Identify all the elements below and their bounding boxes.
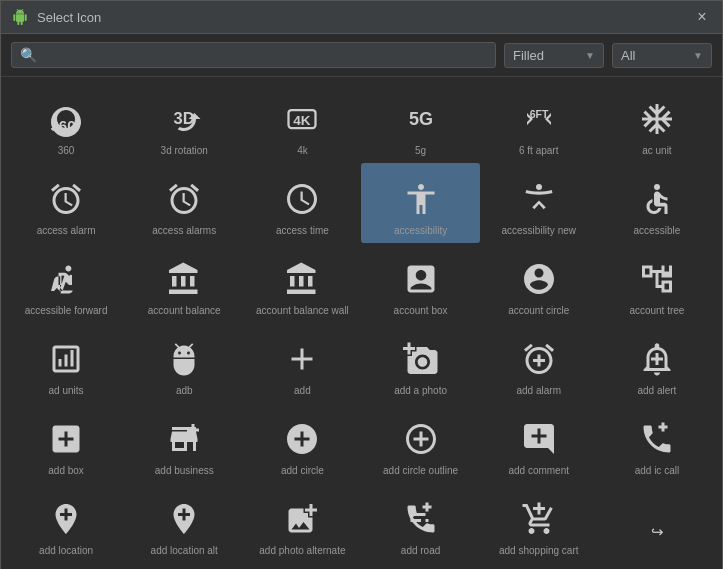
add_circle_outline-icon [403, 417, 439, 461]
icon-label-account_balance_wall: account balance wall [256, 305, 349, 317]
icon-label-accessible_forward: accessible forward [25, 305, 108, 317]
chevron-down-icon: ▼ [693, 50, 703, 61]
ad_units-icon [48, 337, 84, 381]
icon-label-add_location_alt: add location alt [151, 545, 218, 557]
icon-item-6ft_apart[interactable]: 6FT6 ft apart [480, 83, 598, 163]
access_time-icon [284, 177, 320, 221]
360-icon: 360° [48, 97, 84, 141]
icon-item-add_alert[interactable]: add alert [598, 323, 716, 403]
icon-label-360: 360 [58, 145, 75, 157]
icon-item-accessibility[interactable]: accessibility [361, 163, 479, 243]
svg-point-6 [536, 184, 542, 190]
icon-item-account_circle[interactable]: account circle [480, 243, 598, 323]
icon-item-access_alarm[interactable]: access alarm [7, 163, 125, 243]
svg-point-7 [654, 184, 660, 190]
add_alert-icon [639, 337, 675, 381]
icon-item-5g[interactable]: 5G5g [361, 83, 479, 163]
add_photo_alternate-icon [284, 497, 320, 541]
icon-label-add_a_photo: add a photo [394, 385, 447, 397]
icon-label-account_balance: account balance [148, 305, 221, 317]
icon-item-more[interactable]: ↪ [598, 483, 716, 563]
titlebar: Select Icon × [1, 1, 722, 34]
add_location-icon [48, 497, 84, 541]
access_alarms-icon [166, 177, 202, 221]
account_circle-icon [521, 257, 557, 301]
accessible-icon [639, 177, 675, 221]
icon-item-access_alarms[interactable]: access alarms [125, 163, 243, 243]
icon-item-accessibility_new[interactable]: accessibility new [480, 163, 598, 243]
search-container: 🔍 [11, 42, 496, 68]
icon-item-add_shopping_cart[interactable]: add shopping cart [480, 483, 598, 563]
icon-item-add_business[interactable]: add business [125, 403, 243, 483]
icon-label-6ft_apart: 6 ft apart [519, 145, 558, 157]
add_a_photo-icon [403, 337, 439, 381]
icon-item-account_tree[interactable]: account tree [598, 243, 716, 323]
svg-text:↪: ↪ [650, 523, 663, 540]
icon-label-3d_rotation: 3d rotation [161, 145, 208, 157]
icon-label-account_box: account box [394, 305, 448, 317]
more-icon: ↪ [639, 509, 675, 553]
icon-item-add_box[interactable]: add box [7, 403, 125, 483]
3d_rotation-icon: 3D [166, 97, 202, 141]
icon-label-add: add [294, 385, 311, 397]
icon-item-3d_rotation[interactable]: 3D3d rotation [125, 83, 243, 163]
add_location_alt-icon [166, 497, 202, 541]
icon-item-add_location[interactable]: add location [7, 483, 125, 563]
account_tree-icon [639, 257, 675, 301]
icon-item-add_circle_outline[interactable]: add circle outline [361, 403, 479, 483]
android-logo-icon [11, 8, 29, 26]
icon-label-add_road: add road [401, 545, 440, 557]
5g-icon: 5G [403, 97, 439, 141]
add_shopping_cart-icon [521, 497, 557, 541]
icon-item-accessible[interactable]: accessible [598, 163, 716, 243]
icon-label-add_circle: add circle [281, 465, 324, 477]
icon-label-accessible: accessible [634, 225, 681, 237]
icon-label-add_business: add business [155, 465, 214, 477]
icon-label-access_alarms: access alarms [152, 225, 216, 237]
icon-item-add_location_alt[interactable]: add location alt [125, 483, 243, 563]
toolbar: 🔍 Filled ▼ All ▼ [1, 34, 722, 77]
icon-label-add_photo_alternate: add photo alternate [259, 545, 345, 557]
icon-item-account_balance[interactable]: account balance [125, 243, 243, 323]
icon-item-360[interactable]: 360°360 [7, 83, 125, 163]
icon-item-add_comment[interactable]: add comment [480, 403, 598, 483]
close-button[interactable]: × [692, 7, 712, 27]
icon-item-add_ic_call[interactable]: add ic call [598, 403, 716, 483]
icon-item-add_alarm[interactable]: add alarm [480, 323, 598, 403]
search-icon: 🔍 [20, 47, 37, 63]
search-input[interactable] [43, 48, 487, 63]
all-dropdown[interactable]: All ▼ [612, 43, 712, 68]
add_comment-icon [521, 417, 557, 461]
add-icon [284, 337, 320, 381]
filled-dropdown[interactable]: Filled ▼ [504, 43, 604, 68]
icon-item-add[interactable]: add [243, 323, 361, 403]
icon-item-access_time[interactable]: access time [243, 163, 361, 243]
icon-item-accessible_forward[interactable]: accessible forward [7, 243, 125, 323]
dialog-title: Select Icon [37, 10, 692, 25]
icon-item-account_box[interactable]: account box [361, 243, 479, 323]
add_ic_call-icon [639, 417, 675, 461]
accessible_forward-icon [48, 257, 84, 301]
add_alarm-icon [521, 337, 557, 381]
accessibility-icon [403, 177, 439, 221]
icons-grid: 360°3603D3d rotation4K4k5G5g6FT6 ft apar… [1, 77, 722, 569]
svg-text:4K: 4K [294, 113, 312, 128]
icon-label-account_circle: account circle [508, 305, 569, 317]
icon-item-adb[interactable]: adb [125, 323, 243, 403]
icon-item-ad_units[interactable]: ad units [7, 323, 125, 403]
icon-label-add_box: add box [48, 465, 84, 477]
icon-label-accessibility_new: accessibility new [502, 225, 576, 237]
icon-item-add_circle[interactable]: add circle [243, 403, 361, 483]
icon-label-access_time: access time [276, 225, 329, 237]
icon-label-add_alarm: add alarm [517, 385, 561, 397]
add_road-icon [403, 497, 439, 541]
icon-item-4k[interactable]: 4K4k [243, 83, 361, 163]
icon-label-add_ic_call: add ic call [635, 465, 679, 477]
icon-label-add_comment: add comment [508, 465, 569, 477]
icon-item-add_a_photo[interactable]: add a photo [361, 323, 479, 403]
icon-item-ac_unit[interactable]: ac unit [598, 83, 716, 163]
add_box-icon [48, 417, 84, 461]
icon-item-account_balance_wall[interactable]: account balance wall [243, 243, 361, 323]
icon-item-add_photo_alternate[interactable]: add photo alternate [243, 483, 361, 563]
icon-item-add_road[interactable]: add road [361, 483, 479, 563]
